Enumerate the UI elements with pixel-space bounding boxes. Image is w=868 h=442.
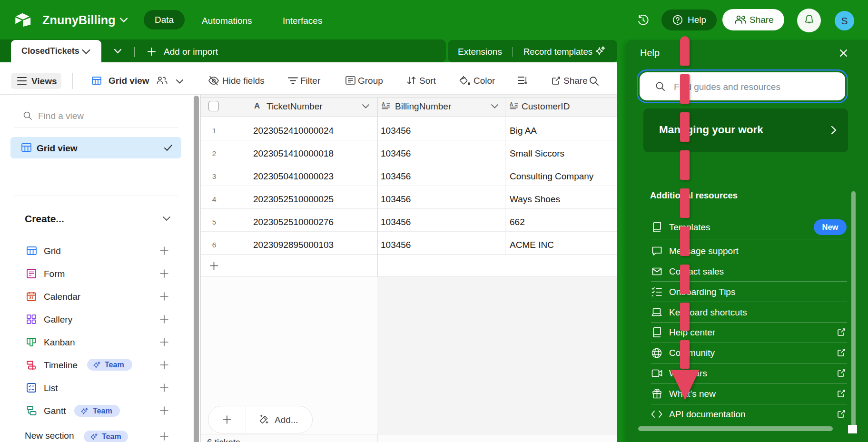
svg-text:A: A: [510, 102, 513, 107]
svg-text:31: 31: [29, 295, 34, 300]
svg-text:A: A: [382, 102, 385, 107]
